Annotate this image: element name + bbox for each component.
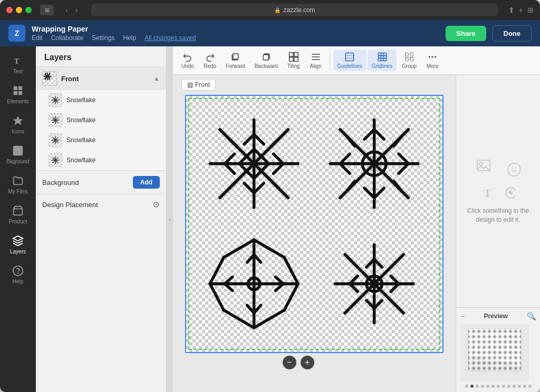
- minimize-button[interactable]: [16, 7, 22, 13]
- snowflake-cell-1[interactable]: [197, 106, 312, 221]
- redo-button[interactable]: Redo: [199, 50, 220, 71]
- design-placement-settings-icon[interactable]: ⚙: [152, 200, 160, 210]
- back-button[interactable]: ‹: [62, 5, 71, 15]
- svg-rect-38: [289, 57, 293, 62]
- snowflake-cell-2[interactable]: [317, 106, 432, 221]
- preview-dot-13[interactable]: [528, 385, 532, 388]
- preview-dot-11[interactable]: [518, 385, 521, 388]
- more-button[interactable]: More: [422, 50, 443, 71]
- menu-collaborate[interactable]: Collaborate: [51, 34, 83, 42]
- layer-group-header-front[interactable]: Front ▲: [36, 67, 166, 90]
- svg-rect-4: [18, 91, 22, 95]
- add-background-button[interactable]: Add: [133, 176, 160, 189]
- align-label: Align: [310, 63, 321, 69]
- snowflake-cell-4[interactable]: [317, 227, 432, 341]
- preview-dot-5[interactable]: [486, 385, 489, 388]
- preview-dot-8[interactable]: [502, 385, 505, 388]
- sidebar-label-text: Text: [13, 68, 23, 74]
- zoom-out-button[interactable]: −: [283, 356, 296, 369]
- layer-item-snowflake-1[interactable]: Snowflake: [36, 90, 166, 110]
- layer-name-1: Snowflake: [66, 96, 95, 104]
- sidebar-label-product: Product: [9, 219, 27, 224]
- group-button[interactable]: Group: [398, 50, 421, 71]
- svg-point-136: [515, 167, 516, 169]
- design-canvas[interactable]: [185, 95, 443, 353]
- share-button[interactable]: Share: [446, 26, 486, 41]
- sidebar-item-layers[interactable]: Layers: [1, 231, 35, 259]
- tiling-label: Tiling: [287, 63, 300, 69]
- done-button[interactable]: Done: [493, 25, 532, 42]
- snowflake-cell-3[interactable]: [197, 227, 312, 341]
- smiley-icon: [502, 158, 520, 177]
- menu-settings[interactable]: Settings: [92, 34, 114, 42]
- panel-collapse-handle[interactable]: ›: [167, 46, 173, 392]
- click-hint-icons: [476, 158, 520, 177]
- app-body: T Text Elements Icons Bkground My Files: [0, 46, 540, 392]
- svg-line-81: [272, 181, 278, 188]
- forward-button[interactable]: ›: [72, 5, 81, 15]
- layer-thumb-3: [49, 133, 62, 147]
- breadcrumb: ▧ Front: [181, 79, 216, 91]
- svg-line-105: [254, 240, 284, 258]
- background-label: Background: [42, 179, 129, 187]
- undo-label: Undo: [181, 63, 194, 69]
- address-bar[interactable]: 🔒 zazzle.com: [91, 4, 497, 16]
- layer-item-snowflake-3[interactable]: Snowflake: [36, 130, 166, 150]
- preview-minimize-button[interactable]: −: [460, 312, 465, 320]
- preview-search-button[interactable]: 🔍: [527, 312, 536, 320]
- align-button[interactable]: Align: [305, 50, 326, 71]
- svg-rect-43: [346, 53, 354, 61]
- preview-dot-3[interactable]: [476, 385, 479, 388]
- menu-edit[interactable]: Edit: [32, 34, 43, 42]
- snowflake-grid: [186, 96, 442, 352]
- tabs-icon[interactable]: ⊞: [527, 6, 534, 14]
- backward-button[interactable]: Backward: [250, 50, 282, 71]
- guidelines-label: Guidelines: [338, 63, 362, 69]
- layer-item-snowflake-4[interactable]: Snowflake: [36, 150, 166, 170]
- svg-rect-3: [14, 91, 17, 95]
- layer-item-snowflake-2[interactable]: Snowflake: [36, 110, 166, 130]
- svg-rect-37: [294, 53, 298, 57]
- preview-dot-1[interactable]: [465, 385, 468, 388]
- sidebar-item-myfiles[interactable]: My Files: [1, 171, 35, 199]
- tiling-button[interactable]: Tiling: [283, 50, 304, 71]
- svg-point-57: [435, 56, 436, 57]
- preview-dot-9[interactable]: [507, 385, 510, 388]
- sidebar-item-help[interactable]: Help: [1, 261, 35, 289]
- preview-dot-2[interactable]: [470, 385, 474, 388]
- sidebar-btn[interactable]: ⊞: [40, 5, 54, 15]
- share-icon[interactable]: ⬆: [508, 6, 515, 14]
- svg-rect-53: [406, 58, 409, 61]
- preview-dot-12[interactable]: [523, 385, 526, 388]
- zoom-in-button[interactable]: +: [301, 356, 314, 369]
- gridlines-button[interactable]: Gridlines: [368, 50, 397, 71]
- sidebar-item-elements[interactable]: Elements: [1, 81, 35, 109]
- svg-line-103: [210, 258, 224, 284]
- forward-button[interactable]: Forward: [221, 50, 249, 71]
- preview-dot-6[interactable]: [491, 385, 495, 388]
- sidebar-item-text[interactable]: T Text: [1, 51, 35, 79]
- sidebar-item-background[interactable]: Bkground: [1, 141, 35, 169]
- guidelines-button[interactable]: Guidelines: [333, 50, 367, 71]
- sidebar-label-help: Help: [13, 279, 24, 285]
- url-text: zazzle.com: [284, 6, 315, 14]
- layers-header: Layers: [36, 46, 166, 67]
- app-title: Wrapping Paper: [32, 25, 196, 33]
- sidebar-label-layers: Layers: [10, 249, 26, 254]
- svg-rect-33: [233, 54, 238, 59]
- svg-point-139: [510, 192, 512, 194]
- close-button[interactable]: [6, 7, 13, 13]
- canvas-main[interactable]: ▧ Front: [173, 75, 456, 392]
- undo-button[interactable]: Undo: [177, 50, 198, 71]
- new-tab-icon[interactable]: +: [519, 6, 523, 14]
- sidebar-toggle[interactable]: ⊞: [40, 5, 54, 15]
- sidebar-item-icons[interactable]: Icons: [1, 111, 35, 139]
- preview-dot-10[interactable]: [513, 385, 516, 388]
- preview-title: Preview: [484, 312, 507, 320]
- svg-line-101: [224, 240, 254, 258]
- preview-dot-7[interactable]: [497, 385, 500, 388]
- menu-help[interactable]: Help: [123, 34, 136, 42]
- maximize-button[interactable]: [25, 7, 32, 13]
- sidebar-item-product[interactable]: Product: [1, 201, 35, 229]
- preview-dot-4[interactable]: [481, 385, 484, 388]
